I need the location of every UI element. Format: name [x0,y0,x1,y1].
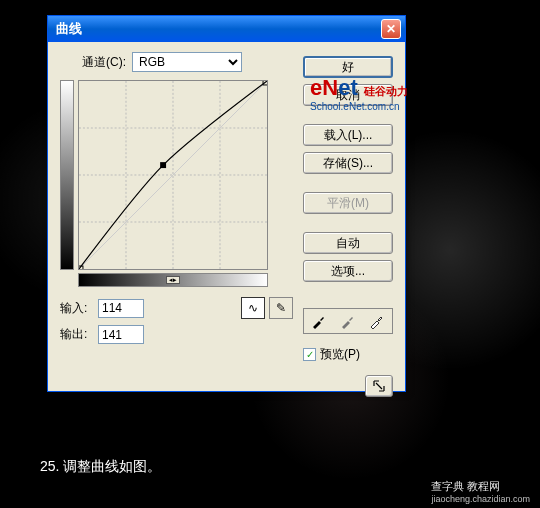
horizontal-gradient-row: ◂▸ [78,273,268,287]
eyedropper-black-icon [311,313,327,329]
eyedropper-gray-icon [340,313,356,329]
input-label: 输入: [60,300,92,317]
curves-dialog: 曲线 ✕ 通道(C): RGB [47,15,406,392]
curve-canvas[interactable] [78,80,268,270]
preview-label: 预览(P) [320,346,360,363]
save-button[interactable]: 存储(S)... [303,152,393,174]
input-field[interactable] [98,299,144,318]
close-icon: ✕ [386,22,396,36]
cancel-button[interactable]: 取消 [303,84,393,106]
watermark-bottom-sub: jiaocheng.chazidian.com [431,494,530,504]
expand-icon [372,379,386,393]
output-field[interactable] [98,325,144,344]
eyedropper-black[interactable] [307,311,331,331]
eyedropper-white-icon [369,313,385,329]
channel-select[interactable]: RGB [132,52,242,72]
channel-row: 通道(C): RGB [60,52,293,72]
input-row: 输入: ∿ ✎ [60,297,293,319]
auto-button[interactable]: 自动 [303,232,393,254]
smooth-button: 平滑(M) [303,192,393,214]
curve-svg [79,81,267,269]
preview-checkbox[interactable]: ✓ [303,348,316,361]
watermark-bottom-main: 查字典 教程网 [431,479,530,494]
options-button[interactable]: 选项... [303,260,393,282]
right-column: 好 取消 载入(L)... 存储(S)... 平滑(M) 自动 选项... [303,52,393,397]
preview-row: ✓ 预览(P) [303,346,393,363]
dialog-body: 通道(C): RGB [48,42,405,407]
expand-button[interactable] [365,375,393,397]
eyedropper-white[interactable] [365,311,389,331]
eyedropper-gray[interactable] [336,311,360,331]
eyedropper-row [303,308,393,334]
output-row: 输出: [60,325,293,344]
curve-mode-button[interactable]: ∿ [241,297,265,319]
watermark-bottom: 查字典 教程网 jiaocheng.chazidian.com [431,479,530,504]
caption-text: 25. 调整曲线如图。 [40,458,161,476]
vertical-gradient [60,80,74,270]
pencil-icon: ✎ [276,301,286,315]
curve-point [160,162,166,168]
dialog-title: 曲线 [56,20,82,38]
left-column: 通道(C): RGB [60,52,293,397]
load-button[interactable]: 载入(L)... [303,124,393,146]
channel-label: 通道(C): [82,54,126,71]
close-button[interactable]: ✕ [381,19,401,39]
curve-wrap: ◂▸ [78,80,268,287]
io-rows: 输入: ∿ ✎ 输出: [60,297,293,344]
titlebar[interactable]: 曲线 ✕ [48,16,405,42]
pencil-mode-button[interactable]: ✎ [269,297,293,319]
ok-button[interactable]: 好 [303,56,393,78]
curve-area: ◂▸ [60,80,293,287]
horizontal-gradient[interactable]: ◂▸ [78,273,268,287]
curve-icon: ∿ [248,301,258,315]
tool-mode-buttons: ∿ ✎ [241,297,293,319]
output-label: 输出: [60,326,92,343]
gradient-thumb[interactable]: ◂▸ [166,276,180,284]
